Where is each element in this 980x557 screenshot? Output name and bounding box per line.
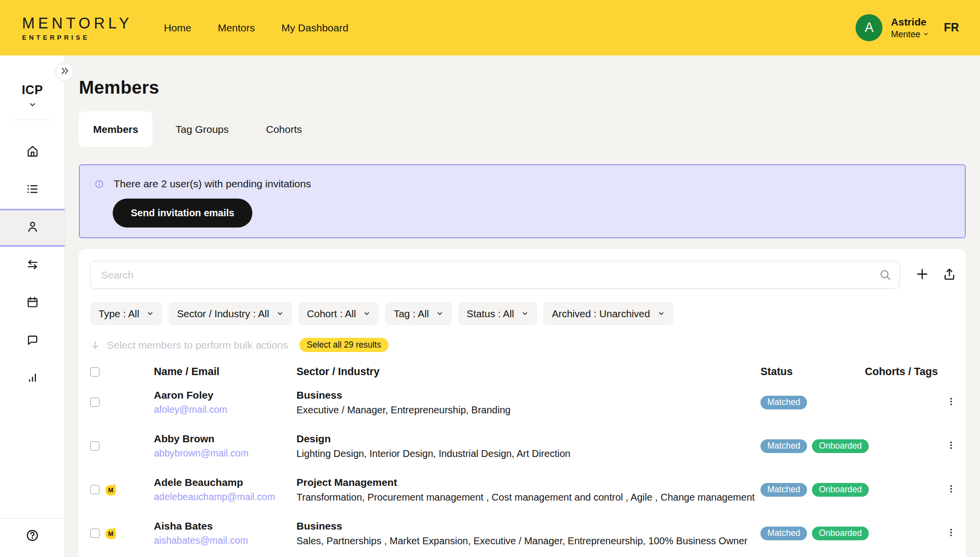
member-sector: Project Management	[296, 477, 760, 488]
select-all-results-button[interactable]: Select all 29 results	[299, 338, 389, 352]
mentorly-logo: MENTORLY ENTERPRISE	[22, 15, 132, 41]
upload-icon	[942, 267, 956, 283]
member-email[interactable]: aishabates@mail.com	[154, 535, 296, 546]
chevron-down-icon	[28, 102, 37, 110]
status-badge: Onboarded	[812, 439, 869, 453]
column-status: Status	[760, 366, 865, 378]
row-menu-button[interactable]	[942, 438, 960, 454]
sidebar-item-home[interactable]	[0, 133, 65, 171]
calendar-icon	[26, 296, 39, 311]
kebab-icon	[946, 526, 956, 541]
row-menu-button[interactable]	[942, 526, 960, 541]
nav-my-dashboard[interactable]: My Dashboard	[281, 22, 348, 34]
members-icon	[26, 220, 39, 235]
sidebar-expand-button[interactable]	[55, 62, 74, 81]
main-content: Members Members Tag Groups Cohorts There…	[65, 55, 980, 557]
filter-type[interactable]: Type : All	[90, 302, 162, 325]
sidebar-item-lists[interactable]	[0, 171, 65, 209]
chevron-down-icon	[521, 308, 529, 320]
plus-icon	[915, 267, 929, 282]
workspace-switcher[interactable]	[28, 101, 37, 111]
member-email[interactable]: afoley@mail.com	[154, 404, 296, 415]
tab-members[interactable]: Members	[79, 111, 152, 147]
top-nav: Home Mentors My Dashboard	[164, 22, 348, 34]
nav-mentors[interactable]: Mentors	[218, 22, 255, 34]
member-industries: Sales, Partnerships , Market Expansion, …	[296, 535, 760, 547]
column-cohorts-tags: Cohorts / Tags	[865, 366, 942, 378]
column-sector-industry: Sector / Industry	[296, 366, 760, 378]
user-meta: Astride Mentee	[891, 16, 929, 40]
tab-cohorts[interactable]: Cohorts	[252, 111, 317, 147]
chevrons-right-icon	[60, 66, 70, 77]
app: MENTORLY ENTERPRISE Home Mentors My Dash…	[0, 0, 980, 557]
member-email[interactable]: abbybrown@mail.com	[154, 448, 296, 459]
matching-arrows-icon	[26, 258, 39, 273]
shell: ICP	[0, 55, 980, 557]
kebab-icon	[946, 482, 956, 497]
tab-tag-groups[interactable]: Tag Groups	[161, 111, 243, 147]
status-badge: Onboarded	[812, 483, 869, 497]
pending-invitations-banner: There are 2 user(s) with pending invitat…	[79, 164, 966, 238]
status-badge: Matched	[760, 483, 807, 497]
language-toggle[interactable]: FR	[944, 21, 959, 34]
avatar[interactable]: A	[856, 14, 882, 41]
nav-home[interactable]: Home	[164, 22, 191, 34]
search-icon[interactable]	[879, 268, 892, 283]
sidebar-divider	[14, 120, 51, 120]
member-name: Aisha Bates	[154, 520, 296, 532]
member-industries: Lighting Design, Interior Design, Indust…	[296, 448, 760, 459]
members-card: Type : All Sector / Industry : All Cohor…	[79, 249, 966, 557]
status-badge: Matched	[760, 396, 807, 409]
table-row: Abby Brown abbybrown@mail.com Design Lig…	[90, 424, 960, 468]
help-button[interactable]	[25, 529, 39, 544]
send-invitations-button[interactable]: Send invitation emails	[113, 199, 252, 228]
logo-title: MENTORLY	[22, 15, 132, 32]
avatar-initial: A	[865, 20, 874, 35]
row-checkbox[interactable]	[90, 485, 99, 494]
row-checkbox[interactable]	[90, 441, 99, 451]
mentorly-m-badge-icon: M	[105, 529, 116, 539]
chevron-down-icon	[147, 308, 154, 320]
row-menu-button[interactable]	[942, 482, 960, 497]
kebab-icon	[946, 438, 956, 454]
filter-archived[interactable]: Archived : Unarchived	[543, 302, 673, 325]
user-menu: A Astride Mentee FR	[856, 14, 959, 41]
status-badge: Matched	[760, 439, 807, 453]
row-checkbox[interactable]	[90, 529, 99, 538]
filter-status[interactable]: Status : All	[458, 302, 537, 325]
filter-cohort[interactable]: Cohort : All	[298, 302, 379, 325]
sidebar: ICP	[0, 55, 65, 557]
sidebar-item-members[interactable]	[0, 209, 65, 247]
members-table: Name / Email Sector / Industry Status Co…	[90, 363, 960, 555]
member-name: Aaron Foley	[154, 389, 296, 401]
member-name: Adele Beauchamp	[154, 477, 296, 488]
row-menu-button[interactable]	[942, 395, 960, 410]
status-badge: Onboarded	[812, 527, 869, 540]
sidebar-item-reports[interactable]	[0, 360, 65, 398]
search-input[interactable]	[90, 261, 900, 289]
chat-icon	[26, 333, 39, 349]
chevron-down-icon	[658, 308, 665, 320]
filter-sector[interactable]: Sector / Industry : All	[169, 302, 292, 325]
bar-chart-icon	[26, 371, 39, 386]
member-name: Abby Brown	[154, 433, 296, 445]
filter-tag[interactable]: Tag : All	[385, 302, 452, 325]
select-all-checkbox[interactable]	[90, 367, 99, 377]
row-checkbox[interactable]	[90, 398, 99, 407]
role-label: Mentee	[891, 29, 920, 40]
role-dropdown[interactable]: Mentee	[891, 29, 929, 40]
import-members-button[interactable]	[942, 267, 956, 283]
add-member-button[interactable]	[915, 267, 929, 282]
sidebar-item-sessions[interactable]	[0, 284, 65, 322]
sidebar-item-messages[interactable]	[0, 322, 65, 360]
member-sector: Business	[296, 520, 760, 532]
logo-subtitle: ENTERPRISE	[22, 34, 132, 41]
chevron-down-icon	[363, 308, 370, 320]
member-industries: Transformation, Procurement management ,…	[296, 492, 760, 503]
search-row	[90, 261, 960, 289]
list-icon	[26, 182, 39, 198]
table-row: M Adele Beauchamp adelebeauchamp@mail.co…	[90, 468, 960, 511]
member-email[interactable]: adelebeauchamp@mail.com	[154, 491, 296, 503]
sidebar-item-matching[interactable]	[0, 247, 65, 284]
table-row: M Aisha Bates aishabates@mail.com Busine…	[90, 511, 960, 555]
